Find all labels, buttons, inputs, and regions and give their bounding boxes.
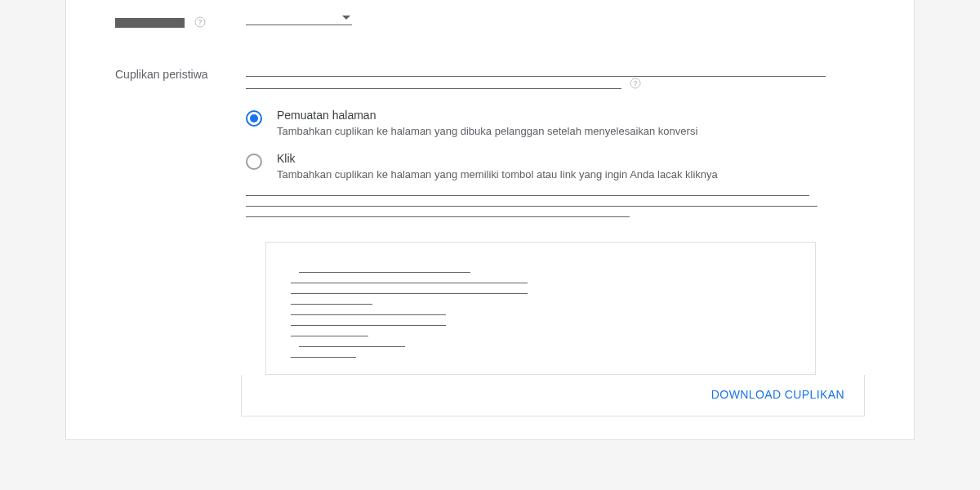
radio-indicator [246,110,262,127]
top-field [246,15,889,30]
svg-text:?: ? [198,18,203,26]
top-label: ? [115,15,246,30]
radio-desc: Tambahkan cuplikan ke halaman yang memil… [277,168,718,180]
event-snippet-row: Cuplikan peristiwa ? Pemu [66,58,914,217]
event-snippet-label: Cuplikan peristiwa [115,68,208,81]
help-icon[interactable]: ? [194,16,206,28]
radio-desc: Tambahkan cuplikan ke halaman yang dibuk… [277,125,697,137]
snippet-trigger-radio-group: Pemuatan halaman Tambahkan cuplikan ke h… [246,109,840,180]
viewport: ? Cuplikan peristiwa ? [0,0,980,465]
radio-dot-icon [250,114,258,122]
radio-title: Pemuatan halaman [277,109,697,122]
radio-page-load[interactable]: Pemuatan halaman Tambahkan cuplikan ke h… [246,109,840,137]
currency-select[interactable] [246,22,352,25]
snippet-actions: DOWNLOAD CUPLIKAN [241,375,865,416]
download-snippet-button[interactable]: DOWNLOAD CUPLIKAN [242,375,864,416]
chevron-down-icon [342,16,350,20]
top-row: ? [66,0,914,30]
redacted-intro-line-2 [246,88,621,89]
redacted-instructions [246,195,840,217]
help-icon[interactable]: ? [630,78,641,89]
settings-panel: ? Cuplikan peristiwa ? [65,0,915,440]
snippet-code-box[interactable] [265,242,816,375]
redacted-field-label [115,18,185,28]
radio-title: Klik [277,152,718,165]
svg-text:?: ? [633,79,638,87]
radio-indicator [246,154,262,170]
snippet-shell: DOWNLOAD CUPLIKAN [241,242,865,416]
radio-click[interactable]: Klik Tambahkan cuplikan ke halaman yang … [246,152,840,180]
event-snippet-content: ? Pemuatan halaman Tambahkan cuplikan ke… [246,65,889,217]
